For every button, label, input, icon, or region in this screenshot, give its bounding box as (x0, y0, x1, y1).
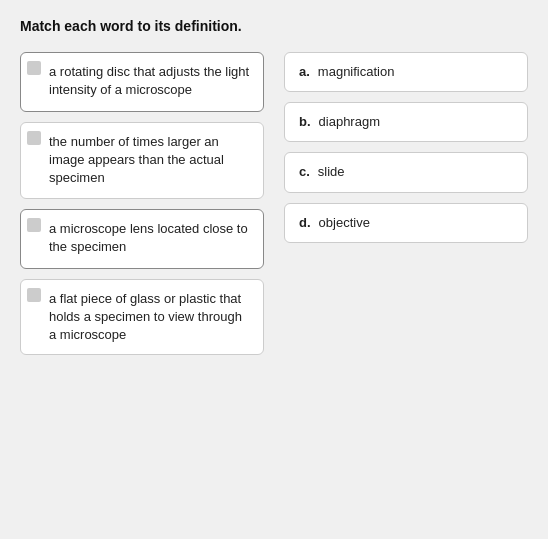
right-card-c[interactable]: c. slide (284, 152, 528, 192)
right-card-c-word: slide (318, 163, 345, 181)
left-card-3[interactable]: a microscope lens located close to the s… (20, 209, 264, 269)
right-column: a. magnification b. diaphragm c. slide d… (284, 52, 528, 355)
left-card-2-text: the number of times larger an image appe… (49, 134, 224, 185)
left-card-3-text: a microscope lens located close to the s… (49, 221, 248, 254)
left-card-4-text: a flat piece of glass or plastic that ho… (49, 291, 242, 342)
left-card-1-text: a rotating disc that adjusts the light i… (49, 64, 249, 97)
right-card-b-word: diaphragm (319, 113, 380, 131)
right-card-d-word: objective (319, 214, 370, 232)
drag-handle-2 (27, 131, 41, 145)
right-card-b-letter: b. (299, 113, 311, 131)
right-card-c-letter: c. (299, 163, 310, 181)
right-card-d-letter: d. (299, 214, 311, 232)
right-card-a-word: magnification (318, 63, 395, 81)
left-card-1[interactable]: a rotating disc that adjusts the light i… (20, 52, 264, 112)
left-column: a rotating disc that adjusts the light i… (20, 52, 264, 355)
right-card-d[interactable]: d. objective (284, 203, 528, 243)
instruction-text: Match each word to its definition. (20, 18, 528, 34)
left-card-4[interactable]: a flat piece of glass or plastic that ho… (20, 279, 264, 356)
drag-handle-3 (27, 218, 41, 232)
match-area: a rotating disc that adjusts the light i… (20, 52, 528, 355)
right-card-a-letter: a. (299, 63, 310, 81)
right-card-b[interactable]: b. diaphragm (284, 102, 528, 142)
drag-handle-4 (27, 288, 41, 302)
right-card-a[interactable]: a. magnification (284, 52, 528, 92)
drag-handle-1 (27, 61, 41, 75)
left-card-2[interactable]: the number of times larger an image appe… (20, 122, 264, 199)
